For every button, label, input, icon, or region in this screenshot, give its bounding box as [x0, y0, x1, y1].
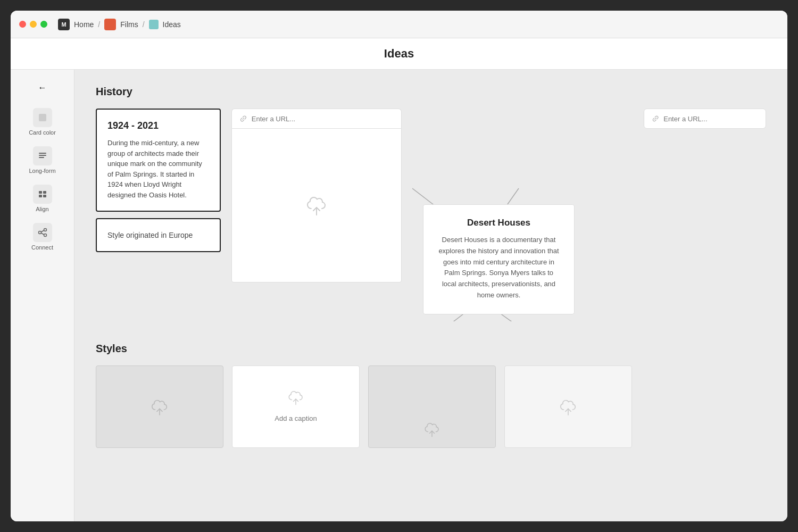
sidebar: ← Card color Long-form	[11, 70, 74, 521]
breadcrumb-films-label: Films	[120, 20, 138, 29]
cloud-upload-icon-2	[149, 396, 170, 418]
ideas-icon	[149, 20, 159, 29]
breadcrumb-home[interactable]: M Home	[58, 19, 94, 30]
titlebar: M Home / Films / Ideas	[11, 11, 787, 38]
breadcrumb-sep-1: /	[98, 20, 100, 29]
history-card-2[interactable]: Style originated in Europe	[96, 218, 221, 252]
url-input-container-1[interactable]	[231, 109, 402, 128]
link-icon-2	[652, 114, 659, 123]
link-icon-1	[239, 114, 247, 123]
svg-rect-3	[39, 157, 44, 158]
sidebar-item-card-color[interactable]: Card color	[19, 104, 66, 140]
long-form-label: Long-form	[29, 168, 55, 174]
breadcrumb-sep-2: /	[143, 20, 145, 29]
close-button[interactable]	[19, 21, 26, 28]
card-body-text: During the mid-century, a new group of a…	[107, 138, 209, 200]
page-title: Ideas	[11, 47, 787, 61]
url-input-container-2[interactable]	[644, 109, 766, 129]
cloud-upload-icon-1	[304, 193, 329, 218]
breadcrumb-ideas-label: Ideas	[163, 20, 181, 29]
history-section: History 1924 - 2021 During the mid-centu…	[96, 86, 766, 321]
url-input-1[interactable]	[252, 115, 394, 123]
breadcrumb-films[interactable]: Films	[104, 19, 138, 30]
svg-rect-2	[39, 155, 46, 156]
sidebar-item-connect[interactable]: Connect	[19, 219, 66, 255]
desert-card-title: Desert Houses	[436, 218, 561, 228]
page-header: Ideas	[11, 38, 787, 70]
card-date: 1924 - 2021	[107, 120, 209, 131]
minimize-button[interactable]	[30, 21, 37, 28]
svg-rect-4	[39, 191, 42, 194]
style-upload-box-3[interactable]	[368, 365, 496, 448]
url-input-2[interactable]	[663, 115, 758, 123]
align-icon	[33, 185, 52, 204]
svg-point-10	[44, 234, 46, 237]
cloud-upload-icon-3	[286, 388, 305, 407]
canvas: History 1924 - 2021 During the mid-centu…	[74, 70, 787, 521]
svg-point-9	[44, 229, 46, 231]
main-area: ← Card color Long-form	[11, 70, 787, 521]
svg-point-8	[38, 231, 41, 234]
cloud-upload-icon-5	[558, 396, 579, 418]
connect-icon	[33, 223, 52, 242]
sidebar-item-long-form[interactable]: Long-form	[19, 142, 66, 178]
styles-title: Styles	[96, 343, 766, 355]
style-origin-text: Style originated in Europe	[107, 231, 209, 239]
desert-houses-card[interactable]: Desert Houses Desert Houses is a documen…	[423, 204, 575, 314]
align-label: Align	[36, 206, 48, 212]
breadcrumb: M Home / Films / Ideas	[58, 19, 181, 30]
svg-rect-1	[39, 153, 46, 154]
traffic-lights	[19, 21, 47, 28]
svg-line-11	[41, 230, 44, 232]
desert-card-text: Desert Houses is a documentary that expl…	[436, 235, 561, 301]
connect-label: Connect	[31, 244, 53, 251]
style-upload-box-4[interactable]	[504, 365, 632, 448]
style-upload-box-1[interactable]	[96, 365, 223, 448]
back-button[interactable]: ←	[33, 78, 52, 97]
breadcrumb-ideas[interactable]: Ideas	[149, 20, 181, 29]
home-icon: M	[58, 19, 70, 30]
long-form-icon	[33, 146, 52, 165]
card-color-label: Card color	[29, 129, 56, 136]
svg-rect-5	[43, 191, 46, 194]
sidebar-item-align[interactable]: Align	[19, 180, 66, 217]
caption-input[interactable]	[239, 411, 353, 426]
canvas-content: History 1924 - 2021 During the mid-centu…	[96, 86, 766, 458]
breadcrumb-home-label: Home	[74, 20, 94, 29]
maximize-button[interactable]	[40, 21, 47, 28]
svg-rect-7	[43, 195, 46, 197]
style-upload-box-2[interactable]	[232, 365, 360, 448]
upload-area-1[interactable]	[231, 128, 402, 282]
card-color-icon	[33, 108, 52, 127]
cloud-upload-icon-4	[422, 420, 442, 439]
history-title: History	[96, 86, 766, 98]
styles-section: Styles	[96, 343, 766, 448]
back-arrow-icon: ←	[38, 83, 47, 93]
history-card-1[interactable]: 1924 - 2021 During the mid-century, a ne…	[96, 109, 221, 212]
svg-line-12	[41, 233, 44, 235]
svg-rect-6	[39, 195, 42, 197]
films-icon	[104, 19, 116, 30]
svg-rect-0	[39, 114, 46, 121]
